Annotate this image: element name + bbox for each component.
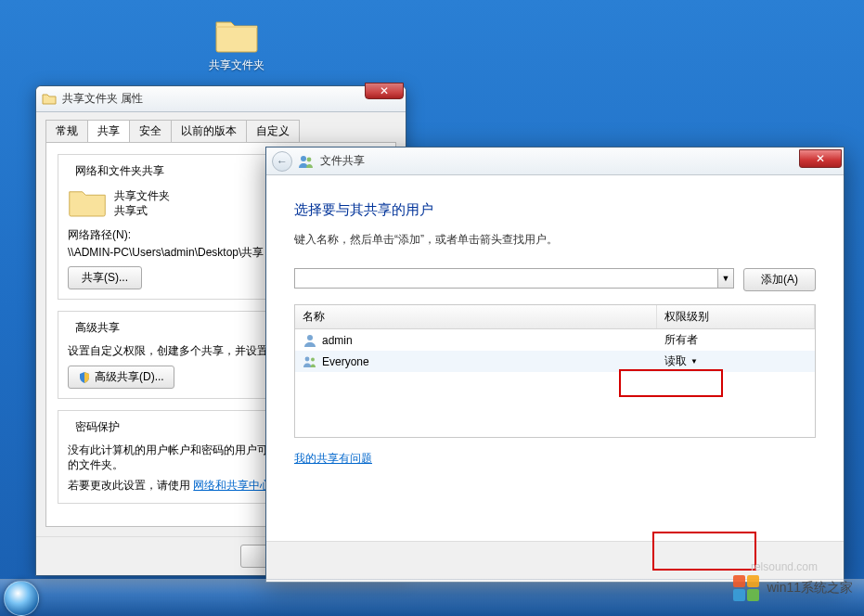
sharing-trouble-link[interactable]: 我的共享有问题 — [294, 452, 372, 465]
advanced-share-button-label: 高级共享(D)... — [95, 369, 164, 385]
dropdown-button[interactable]: ▼ — [717, 268, 734, 289]
share-folder-name: 共享文件夹 — [114, 188, 170, 203]
people-icon — [298, 153, 315, 170]
permission-list-header: 名称 权限级别 — [295, 305, 815, 329]
folder-icon — [42, 92, 57, 107]
column-permission[interactable]: 权限级别 — [657, 305, 815, 328]
tab-customize[interactable]: 自定义 — [246, 120, 300, 142]
group-icon — [303, 354, 317, 369]
folder-icon — [214, 17, 259, 54]
row-name: Everyone — [322, 355, 369, 368]
permission-list: 名称 权限级别 admin 所有者 Everyone 读取 ▼ — [294, 304, 816, 438]
desktop-folder[interactable]: 共享文件夹 — [202, 17, 271, 73]
add-button[interactable]: 添加(A) — [743, 268, 816, 291]
svg-point-0 — [301, 156, 306, 161]
share-status: 共享式 — [114, 203, 170, 218]
file-share-window: ← 文件共享 ✕ 选择要与其共享的用户 键入名称，然后单击“添加”，或者单击箭头… — [265, 147, 845, 583]
shield-icon — [78, 371, 91, 384]
password-change-prefix: 若要更改此设置，请使用 — [68, 479, 190, 492]
tab-previous-versions[interactable]: 以前的版本 — [171, 120, 247, 142]
row-permission: 所有者 — [664, 332, 698, 348]
folder-icon — [68, 186, 107, 220]
group-network-share-title: 网络和文件夹共享 — [71, 163, 168, 179]
user-icon — [303, 333, 317, 348]
network-sharing-center-link[interactable]: 网络和共享中心 — [193, 479, 271, 492]
user-input[interactable] — [294, 268, 717, 289]
permission-dropdown[interactable]: 读取 ▼ — [664, 353, 698, 369]
file-share-desc: 键入名称，然后单击“添加”，或者单击箭头查找用户。 — [294, 232, 816, 248]
close-button[interactable]: ✕ — [365, 83, 404, 99]
watermark-logo-icon — [733, 575, 759, 601]
svg-point-1 — [307, 157, 312, 161]
tab-general[interactable]: 常规 — [45, 120, 88, 142]
watermark-text: win11系统之家 — [767, 580, 853, 597]
close-icon: ✕ — [816, 152, 825, 165]
properties-title: 共享文件夹 属性 — [62, 91, 143, 107]
start-button[interactable] — [4, 581, 39, 616]
svg-point-4 — [311, 357, 315, 361]
add-user-row: ▼ 添加(A) — [294, 268, 816, 291]
close-icon: ✕ — [380, 84, 389, 97]
chevron-down-icon: ▼ — [722, 274, 730, 283]
svg-point-2 — [307, 335, 313, 340]
tab-security[interactable]: 安全 — [129, 120, 172, 142]
user-combobox[interactable]: ▼ — [294, 268, 734, 291]
file-share-heading: 选择要与其共享的用户 — [294, 201, 816, 219]
properties-tabs: 常规 共享 安全 以前的版本 自定义 — [45, 120, 396, 142]
advanced-share-button[interactable]: 高级共享(D)... — [68, 366, 174, 389]
list-item[interactable]: Everyone 读取 ▼ — [295, 351, 815, 372]
svg-point-3 — [305, 356, 310, 361]
file-share-title: 文件共享 — [320, 153, 365, 169]
column-name[interactable]: 名称 — [295, 305, 657, 328]
row-name: admin — [322, 334, 353, 347]
close-button[interactable]: ✕ — [799, 149, 842, 168]
watermark: win11系统之家 — [733, 575, 853, 601]
desktop-folder-label: 共享文件夹 — [202, 58, 271, 73]
list-item[interactable]: admin 所有者 — [295, 329, 815, 351]
chevron-down-icon: ▼ — [690, 357, 698, 366]
properties-titlebar[interactable]: 共享文件夹 属性 ✕ — [36, 86, 406, 112]
group-advanced-title: 高级共享 — [71, 320, 123, 336]
row-permission: 读取 — [664, 353, 687, 369]
group-password-title: 密码保护 — [71, 419, 123, 435]
tab-sharing[interactable]: 共享 — [87, 120, 130, 142]
file-share-titlebar[interactable]: ← 文件共享 ✕ — [266, 148, 844, 175]
watermark-old: relsound.com — [751, 560, 818, 573]
back-button[interactable]: ← — [272, 151, 292, 172]
back-icon: ← — [277, 155, 288, 168]
share-button[interactable]: 共享(S)... — [68, 266, 142, 289]
